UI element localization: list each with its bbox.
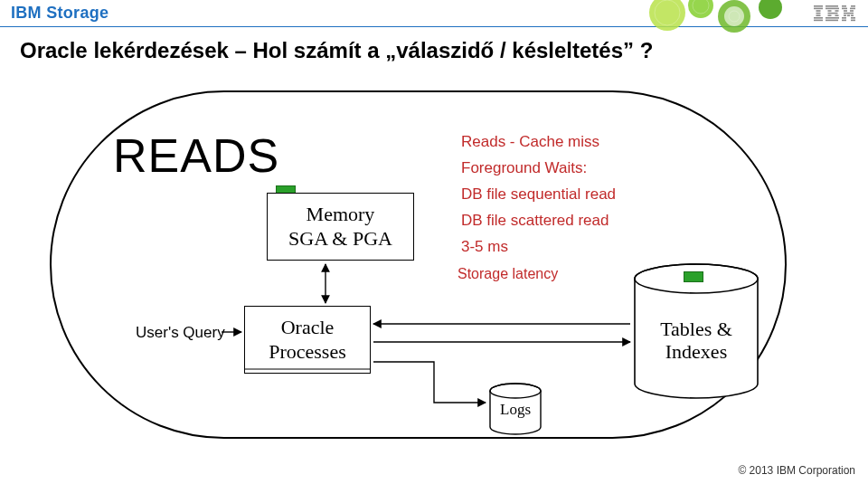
reads-info-line3: DB file sequential read — [461, 182, 616, 208]
reads-info-line2: Foreground Waits: — [461, 156, 616, 182]
svg-rect-9 — [814, 5, 823, 7]
svg-rect-15 — [814, 20, 823, 22]
reads-heading: READS — [113, 128, 279, 183]
svg-rect-34 — [851, 14, 854, 16]
svg-rect-28 — [850, 8, 855, 10]
svg-rect-33 — [847, 14, 850, 16]
svg-rect-18 — [828, 10, 832, 12]
svg-rect-37 — [842, 20, 846, 22]
header-decor-graphic — [651, 0, 805, 34]
memory-line1: Memory — [307, 203, 375, 226]
svg-point-1 — [688, 0, 713, 18]
svg-rect-31 — [844, 13, 854, 14]
svg-rect-29 — [844, 10, 847, 12]
user-query-label: User's Query — [136, 324, 225, 342]
reads-info-line5: 3-5 ms — [461, 234, 616, 261]
tables-line2: Indexes — [665, 340, 727, 363]
brand-text: IBM Storage — [11, 4, 108, 23]
copyright-text: © 2013 IBM Corporation — [738, 464, 855, 477]
svg-rect-13 — [816, 14, 821, 16]
svg-rect-25 — [842, 5, 846, 7]
svg-rect-14 — [814, 17, 823, 19]
svg-rect-23 — [826, 17, 839, 19]
ibm-logo-icon — [814, 5, 855, 22]
tables-label: Tables & Indexes — [651, 318, 741, 364]
svg-rect-17 — [826, 8, 839, 10]
svg-rect-35 — [842, 17, 846, 19]
svg-rect-11 — [816, 10, 821, 12]
tables-chip-icon — [684, 271, 703, 282]
svg-rect-24 — [826, 20, 838, 22]
svg-rect-36 — [851, 17, 855, 19]
reads-info-line1: Reads - Cache miss — [461, 129, 616, 156]
svg-point-0 — [649, 0, 685, 31]
svg-point-4 — [759, 0, 782, 19]
oracle-box: Oracle Processes — [244, 306, 371, 374]
svg-rect-16 — [826, 5, 838, 7]
reads-info-line4: DB file scattered read — [461, 208, 616, 234]
svg-rect-26 — [851, 5, 855, 7]
svg-rect-12 — [816, 13, 821, 14]
memory-line2: SGA & PGA — [288, 227, 392, 251]
storage-latency-label: Storage latency — [458, 261, 616, 286]
svg-rect-27 — [842, 8, 847, 10]
logs-label: Logs — [493, 401, 538, 419]
oracle-line1: Oracle — [281, 316, 335, 339]
svg-rect-22 — [835, 14, 839, 16]
svg-rect-20 — [828, 13, 838, 14]
svg-rect-10 — [814, 8, 823, 10]
oracle-line2: Processes — [269, 340, 346, 364]
reads-info: Reads - Cache miss Foreground Waits: DB … — [461, 129, 616, 287]
tables-line1: Tables & — [660, 318, 732, 340]
slide-header: IBM Storage — [0, 0, 868, 27]
svg-rect-38 — [851, 20, 855, 22]
svg-rect-21 — [828, 14, 832, 16]
memory-box: Memory SGA & PGA — [267, 193, 414, 261]
svg-rect-30 — [850, 10, 854, 12]
svg-rect-32 — [844, 14, 846, 16]
svg-point-3 — [724, 6, 744, 26]
svg-rect-19 — [835, 10, 839, 12]
